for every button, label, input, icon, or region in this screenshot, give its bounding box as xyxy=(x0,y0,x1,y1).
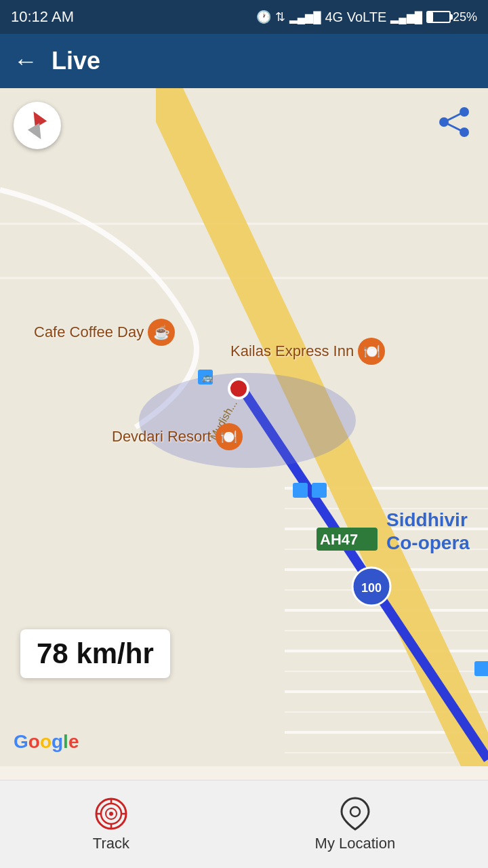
place-devdari-resort[interactable]: Devdari Resort 🍽️ xyxy=(112,423,243,450)
tab-track[interactable]: Track xyxy=(73,790,150,859)
track-label: Track xyxy=(93,835,129,852)
svg-line-34 xyxy=(444,122,464,132)
cafe-icon: ☕ xyxy=(148,319,175,346)
place-label: Devdari Resort xyxy=(112,428,211,446)
track-icon xyxy=(94,797,128,831)
place-siddhivir: Siddhivir Co-opera xyxy=(386,509,470,554)
food2-icon: 🍽️ xyxy=(216,423,243,450)
place-cafe-coffee-day[interactable]: Cafe Coffee Day ☕ xyxy=(34,319,175,346)
speed-display: 78 km/hr xyxy=(20,629,170,678)
alarm-icon: 🕐 xyxy=(256,9,271,24)
compass-button[interactable] xyxy=(14,102,61,149)
share-button[interactable] xyxy=(434,102,474,142)
header: ← Live xyxy=(0,34,488,88)
status-time: 10:12 AM xyxy=(11,8,74,26)
speed-value: 78 km/hr xyxy=(37,637,154,669)
place-kailas-express[interactable]: Kailas Express Inn 🍽️ xyxy=(230,338,385,365)
signal-bars-icon: ▂▄▆█ xyxy=(289,11,321,24)
place-label: Cafe Coffee Day xyxy=(34,323,144,341)
share-icon xyxy=(437,105,471,139)
battery-icon: 25% xyxy=(426,10,477,24)
food-icon: 🍽️ xyxy=(358,338,385,365)
network-label: 4G VoLTE xyxy=(325,9,387,25)
tab-my-location[interactable]: My Location xyxy=(295,790,416,859)
map-container[interactable]: 🚌 AH47 100 Mudish... Cafe Coffee Day ☕ xyxy=(0,88,488,766)
my-location-label: My Location xyxy=(315,835,396,852)
signal-arrows-icon: ⇅ xyxy=(275,9,285,24)
svg-point-43 xyxy=(350,807,360,816)
svg-point-38 xyxy=(109,812,113,816)
svg-line-33 xyxy=(444,112,464,122)
back-button[interactable]: ← xyxy=(14,47,38,75)
page-title: Live xyxy=(52,47,100,75)
status-bar: 10:12 AM 🕐 ⇅ ▂▄▆█ 4G VoLTE ▂▄▆█ 25% xyxy=(0,0,488,34)
bottom-navigation: Track My Location xyxy=(0,780,488,868)
location-icon xyxy=(340,797,370,831)
signal-bars2-icon: ▂▄▆█ xyxy=(390,11,422,24)
status-icons: 🕐 ⇅ ▂▄▆█ 4G VoLTE ▂▄▆█ 25% xyxy=(256,9,477,25)
google-logo: Google xyxy=(14,731,79,753)
place-label: Kailas Express Inn xyxy=(230,342,354,360)
